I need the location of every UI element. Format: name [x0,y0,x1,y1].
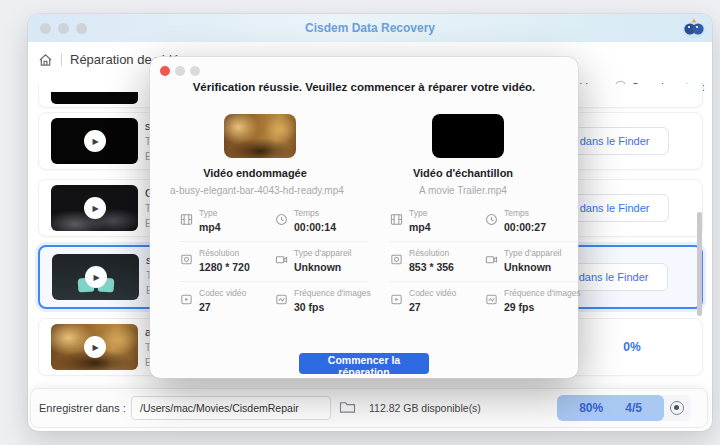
sample-video-thumbnail [432,114,504,158]
field-time: Temps00:00:14 [275,208,336,233]
field-video-codec: Codec vidéo27 [390,288,456,313]
field-resolution: Résolution853 * 356 [390,248,454,273]
zoom-button[interactable] [76,23,87,34]
codec-icon [390,293,403,306]
file-type-icon [390,213,403,226]
frame-rate-icon [275,293,288,306]
progress-bar: 80% 4/5 [557,395,691,421]
video-thumbnail: ▶ [51,118,138,164]
play-icon[interactable]: ▶ [84,130,106,152]
cisdem-logo-icon [682,16,706,40]
clock-icon [485,213,498,226]
dialog-zoom-button [190,66,200,76]
field-device-type: Type d'appareilUnknown [275,248,351,273]
video-thumbnail: ▶ [51,185,138,231]
start-repair-button[interactable]: Commencer la réparation [299,353,429,374]
damaged-video-metadata: Typemp4 Temps00:00:14 Résolution1280 * 7… [180,208,370,323]
damaged-video-label: Vidéo endommagée [175,167,335,179]
video-thumbnail [51,92,138,104]
damaged-video-thumbnail [224,114,296,158]
nav-divider [61,53,62,66]
play-icon[interactable]: ▶ [84,336,106,358]
repair-progress-value: 0% [587,340,677,354]
dialog-window-controls [160,66,200,76]
minimize-button[interactable] [58,23,69,34]
frame-rate-icon [485,293,498,306]
stop-progress-button[interactable] [670,401,684,415]
field-time: Temps00:00:27 [485,208,546,233]
field-video-codec: Codec vidéo27 [180,288,246,313]
save-to-label: Enregistrer dans : [39,402,126,414]
field-frame-rate: Fréquence d'images30 fps [275,288,371,313]
resolution-icon [180,253,193,266]
progress-fill: 80% 4/5 [557,395,664,421]
video-thumbnail: ▶ [52,254,139,300]
window-title: Cisdem Data Recovery [28,21,712,35]
dialog-title: Vérification réussie. Veuillez commencer… [150,81,578,93]
close-button[interactable] [40,23,51,34]
progress-percent: 80% [579,401,603,415]
video-thumbnail: ▶ [51,324,138,370]
dialog-close-button[interactable] [160,66,170,76]
field-resolution: Résolution1280 * 720 [180,248,250,273]
resolution-icon [390,253,403,266]
window-controls [40,23,87,34]
dialog-minimize-button [175,66,185,76]
footer-bar: Enregistrer dans : /Users/mac/Movies/Cis… [30,388,708,428]
codec-icon [180,293,193,306]
field-device-type: Type d'appareilUnknown [485,248,561,273]
titlebar: Cisdem Data Recovery [28,14,712,42]
clock-icon [275,213,288,226]
field-frame-rate: Fréquence d'images29 fps [485,288,581,313]
sample-video-label: Vidéo d'échantillon [383,167,543,179]
scrollbar-thumb[interactable] [697,212,702,316]
save-path-input[interactable]: /Users/mac/Movies/CisdemRepair [131,396,331,420]
camera-icon [485,253,498,266]
field-type: Typemp4 [390,208,431,233]
sample-video-filename: A movie Trailer.mp4 [378,185,548,196]
verification-dialog: Vérification réussie. Veuillez commencer… [150,57,578,378]
folder-icon[interactable] [339,400,356,414]
sample-video-metadata: Typemp4 Temps00:00:27 Résolution853 * 35… [390,208,580,323]
play-icon[interactable]: ▶ [84,197,106,219]
field-type: Typemp4 [180,208,221,233]
file-type-icon [180,213,193,226]
home-icon[interactable] [38,53,53,67]
disk-space-label: 112.82 GB disponible(s) [369,402,481,414]
play-icon[interactable]: ▶ [85,266,107,288]
progress-count: 4/5 [625,401,642,415]
camera-icon [275,253,288,266]
damaged-video-filename: a-busy-elegant-bar-4043-hd-ready.mp4 [170,185,340,196]
